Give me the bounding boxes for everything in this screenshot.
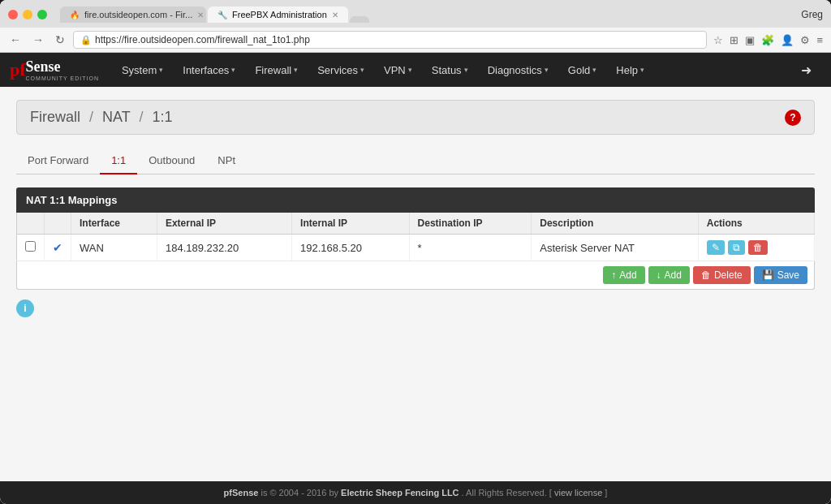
- help-button[interactable]: ?: [785, 110, 801, 126]
- row-actions-cell: ✎ ⧉ 🗑: [698, 235, 814, 261]
- footer-company: Electric Sheep Fencing LLC: [341, 488, 459, 498]
- footer-license-link[interactable]: view license: [554, 488, 602, 498]
- close-button[interactable]: [8, 10, 18, 19]
- row-delete-button[interactable]: 🗑: [748, 240, 768, 255]
- vpn-arrow-icon: ▾: [408, 66, 412, 74]
- save-button[interactable]: 💾 Save: [754, 266, 807, 284]
- col-enabled: [45, 213, 71, 235]
- screen-icon[interactable]: ▣: [743, 32, 756, 48]
- add-bottom-label: Add: [665, 269, 682, 281]
- tab-port-forward[interactable]: Port Forward: [16, 148, 100, 174]
- nav-vpn[interactable]: VPN ▾: [374, 53, 422, 87]
- nav-menu: System ▾ Interfaces ▾ Firewall ▾ Service…: [112, 53, 654, 87]
- edit-button[interactable]: ✎: [707, 240, 725, 255]
- breadcrumb-sep1: /: [89, 109, 97, 125]
- nav-interfaces[interactable]: Interfaces ▾: [173, 53, 245, 87]
- tab1-label: fire.outsideopen.com - Fir...: [84, 10, 192, 19]
- browser-tab-3[interactable]: [350, 16, 369, 23]
- col-destination-ip: Destination IP: [409, 213, 532, 235]
- tab1-close[interactable]: ✕: [197, 11, 204, 19]
- save-label: Save: [777, 269, 799, 281]
- refresh-button[interactable]: ↻: [52, 32, 68, 48]
- devtools-icon[interactable]: ⚙: [799, 32, 812, 48]
- footer-suffix: . All Rights Reserved. [: [462, 488, 552, 498]
- save-icon: 💾: [762, 269, 774, 281]
- tab-row: Port Forward 1:1 Outbound NPt: [16, 148, 815, 174]
- nav-icons: ☆ ⊞ ▣ 🧩 👤 ⚙ ≡: [712, 32, 825, 48]
- nav-status[interactable]: Status ▾: [422, 53, 478, 87]
- breadcrumb-path: Firewall / NAT / 1:1: [30, 109, 172, 126]
- firewall-arrow-icon: ▾: [294, 66, 298, 74]
- minimize-button[interactable]: [23, 10, 32, 19]
- browser-nav: ← → ↻ 🔒 https://fire.outsideopen.com/fir…: [0, 28, 831, 53]
- extension-icon[interactable]: 🧩: [760, 32, 776, 48]
- delete-icon: 🗑: [701, 269, 711, 281]
- tab2-label: FreePBX Administration: [232, 10, 327, 19]
- browser-tab-1[interactable]: 🔥 fire.outsideopen.com - Fir... ✕: [60, 6, 206, 23]
- row-description: Asterisk Server NAT: [532, 235, 699, 261]
- info-icon[interactable]: i: [16, 299, 34, 317]
- logo-sense: Sense: [26, 58, 61, 75]
- status-arrow-icon: ▾: [464, 66, 468, 74]
- add-top-label: Add: [619, 269, 636, 281]
- logout-button[interactable]: ➜: [791, 62, 821, 78]
- col-external-ip: External IP: [157, 213, 291, 235]
- tab1-favicon: 🔥: [70, 11, 80, 19]
- tab2-close[interactable]: ✕: [332, 11, 338, 19]
- maximize-button[interactable]: [37, 10, 47, 19]
- copy-button[interactable]: ⧉: [728, 240, 745, 255]
- tab-npt[interactable]: NPt: [206, 148, 247, 174]
- row-checkbox-cell: [17, 235, 45, 261]
- section-header: NAT 1:1 Mappings: [16, 187, 815, 213]
- tab-outbound[interactable]: Outbound: [137, 148, 206, 174]
- forward-button[interactable]: →: [29, 32, 47, 48]
- row-external-ip: 184.189.232.20: [157, 235, 291, 261]
- profile-icon[interactable]: 👤: [779, 32, 795, 48]
- table-row: ✔ WAN 184.189.232.20 192.168.5.20 * Aste…: [17, 235, 815, 261]
- breadcrumb-sep2: /: [139, 109, 147, 125]
- action-row: ↑ Add ↓ Add 🗑 Delete 💾 Save: [16, 261, 815, 290]
- reader-icon[interactable]: ⊞: [728, 32, 740, 48]
- bookmark-icon[interactable]: ☆: [712, 32, 725, 48]
- browser-tab-2[interactable]: 🔧 FreePBX Administration ✕: [208, 6, 348, 23]
- footer-middle: is © 2004 - 2016 by: [260, 488, 341, 498]
- row-destination-ip: *: [409, 235, 532, 261]
- browser-titlebar: 🔥 fire.outsideopen.com - Fir... ✕ 🔧 Free…: [0, 0, 831, 28]
- browser-tabs: 🔥 fire.outsideopen.com - Fir... ✕ 🔧 Free…: [60, 6, 791, 23]
- add-top-arrow-icon: ↑: [611, 269, 616, 281]
- row-checkbox[interactable]: [25, 241, 36, 252]
- logo-pf: pf: [10, 59, 26, 80]
- footer-pfsense: pfSense: [224, 488, 259, 498]
- topnav: pf Sense Community Edition System ▾ Inte…: [0, 53, 831, 87]
- nav-system[interactable]: System ▾: [112, 53, 173, 87]
- nav-help[interactable]: Help ▾: [606, 53, 654, 87]
- add-top-button[interactable]: ↑ Add: [603, 266, 644, 284]
- gold-arrow-icon: ▾: [592, 66, 596, 74]
- nav-gold[interactable]: Gold ▾: [558, 53, 606, 87]
- delete-button[interactable]: 🗑 Delete: [693, 266, 751, 284]
- system-arrow-icon: ▾: [159, 66, 163, 74]
- menu-icon[interactable]: ≡: [815, 32, 825, 48]
- pfsense-app: pf Sense Community Edition System ▾ Inte…: [0, 53, 831, 504]
- row-actions: ✎ ⧉ 🗑: [707, 240, 806, 255]
- row-enabled-cell: ✔: [45, 235, 71, 261]
- diagnostics-arrow-icon: ▾: [545, 66, 549, 74]
- back-button[interactable]: ←: [6, 32, 24, 48]
- interfaces-arrow-icon: ▾: [231, 66, 235, 74]
- nav-diagnostics[interactable]: Diagnostics ▾: [478, 53, 558, 87]
- footer-end: ]: [605, 488, 607, 498]
- row-internal-ip: 192.168.5.20: [292, 235, 410, 261]
- tab-1to1[interactable]: 1:1: [100, 148, 137, 174]
- nav-firewall[interactable]: Firewall ▾: [245, 53, 308, 87]
- url-bar[interactable]: 🔒 https://fire.outsideopen.com/firewall_…: [73, 31, 707, 49]
- logo: pf Sense Community Edition: [10, 58, 99, 81]
- services-arrow-icon: ▾: [360, 66, 364, 74]
- add-bottom-button[interactable]: ↓ Add: [648, 266, 690, 284]
- browser-user: Greg: [801, 9, 823, 20]
- url-text: https://fire.outsideopen.com/firewall_na…: [95, 34, 700, 45]
- ssl-lock-icon: 🔒: [80, 35, 92, 45]
- nav-services[interactable]: Services ▾: [308, 53, 374, 87]
- enabled-checkmark-icon: ✔: [53, 241, 62, 254]
- add-bottom-arrow-icon: ↓: [657, 269, 661, 281]
- col-actions: Actions: [698, 213, 814, 235]
